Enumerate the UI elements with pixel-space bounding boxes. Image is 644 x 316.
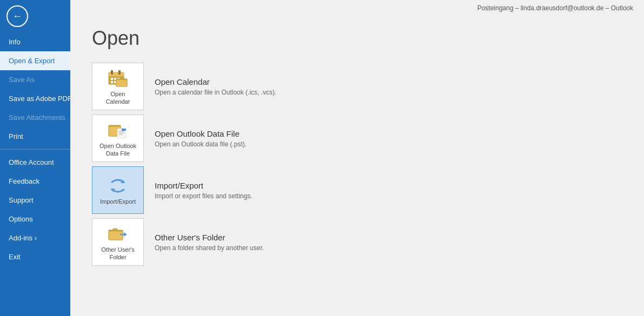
content-area: Open: [70, 16, 644, 316]
other-users-folder-text: Other User's Folder Open a folder shared…: [155, 233, 264, 252]
open-outlook-data-button[interactable]: Open OutlookData File: [92, 115, 144, 162]
svg-rect-8: [114, 81, 116, 83]
sidebar-item-print[interactable]: Print: [0, 127, 70, 146]
top-bar: Posteingang – linda.draeusdorf@outlook.d…: [70, 0, 644, 16]
sidebar-item-exit[interactable]: Exit: [0, 247, 70, 266]
calendar-icon: [107, 69, 129, 88]
sidebar-item-options[interactable]: Options: [0, 210, 70, 228]
sidebar-item-save-as: Save As: [0, 70, 70, 89]
other-users-folder-title[interactable]: Other User's Folder: [155, 233, 264, 242]
page-title: Open: [92, 27, 622, 50]
svg-rect-4: [111, 78, 113, 80]
other-users-folder-desc: Open a folder shared by another user.: [155, 244, 264, 252]
account-info: Posteingang – linda.draeusdorf@outlook.d…: [477, 4, 633, 12]
option-row-open-calendar: OpenCalendar Open Calendar Open a calend…: [92, 63, 622, 110]
sidebar-item-office-account[interactable]: Office Account: [0, 153, 70, 172]
other-users-folder-label: Other User'sFolder: [101, 246, 134, 261]
import-export-button[interactable]: Import/Export: [92, 166, 144, 214]
option-row-import-export: Import/Export Import/Export Import or ex…: [92, 166, 622, 214]
sidebar-item-add-ins[interactable]: Add-ins ›: [0, 228, 70, 247]
sidebar-item-feedback[interactable]: Feedback: [0, 172, 70, 191]
open-outlook-data-desc: Open an Outlook data file (.pst).: [155, 140, 247, 148]
option-row-open-outlook-data: Open OutlookData File Open Outlook Data …: [92, 115, 622, 162]
sidebar: ← Info Open & Export Save As Save as Ado…: [0, 0, 70, 316]
import-export-text: Import/Export Import or export files and…: [155, 181, 253, 200]
divider-1: [0, 149, 70, 150]
main-content: Posteingang – linda.draeusdorf@outlook.d…: [70, 0, 644, 316]
import-export-icon: [107, 176, 129, 196]
open-outlook-data-label: Open OutlookData File: [99, 142, 136, 158]
svg-rect-22: [109, 231, 123, 240]
sidebar-item-info[interactable]: Info: [0, 32, 70, 51]
sidebar-item-save-adobe[interactable]: Save as Adobe PDF: [0, 89, 70, 108]
sidebar-item-save-attachments: Save Attachments: [0, 108, 70, 127]
svg-rect-3: [118, 70, 121, 75]
other-users-folder-button[interactable]: Other User'sFolder: [92, 218, 144, 266]
other-users-folder-icon: [107, 224, 129, 244]
open-calendar-button[interactable]: OpenCalendar: [92, 63, 144, 110]
sidebar-nav: Info Open & Export Save As Save as Adobe…: [0, 32, 70, 316]
svg-rect-7: [111, 81, 113, 83]
open-outlook-data-title[interactable]: Open Outlook Data File: [155, 129, 247, 138]
svg-rect-2: [111, 70, 113, 75]
open-calendar-text: Open Calendar Open a calendar file in Ou…: [155, 77, 276, 96]
open-calendar-label: OpenCalendar: [106, 90, 130, 106]
option-row-other-users-folder: Other User'sFolder Other User's Folder O…: [92, 218, 622, 266]
import-export-desc: Import or export files and settings.: [155, 192, 253, 200]
back-button[interactable]: ←: [6, 5, 28, 27]
svg-rect-5: [114, 78, 116, 80]
sidebar-item-open-export[interactable]: Open & Export: [0, 51, 70, 70]
open-outlook-data-text: Open Outlook Data File Open an Outlook d…: [155, 129, 247, 148]
back-icon: ←: [12, 11, 22, 22]
options-list: OpenCalendar Open Calendar Open a calend…: [92, 63, 622, 266]
open-calendar-title[interactable]: Open Calendar: [155, 77, 276, 86]
outlook-data-icon: [107, 120, 129, 140]
sidebar-item-support[interactable]: Support: [0, 191, 70, 210]
svg-marker-23: [124, 232, 127, 237]
import-export-label: Import/Export: [100, 198, 136, 205]
svg-rect-10: [116, 80, 127, 86]
import-export-title[interactable]: Import/Export: [155, 181, 253, 190]
open-calendar-desc: Open a calendar file in Outlook (.ics, .…: [155, 89, 276, 96]
